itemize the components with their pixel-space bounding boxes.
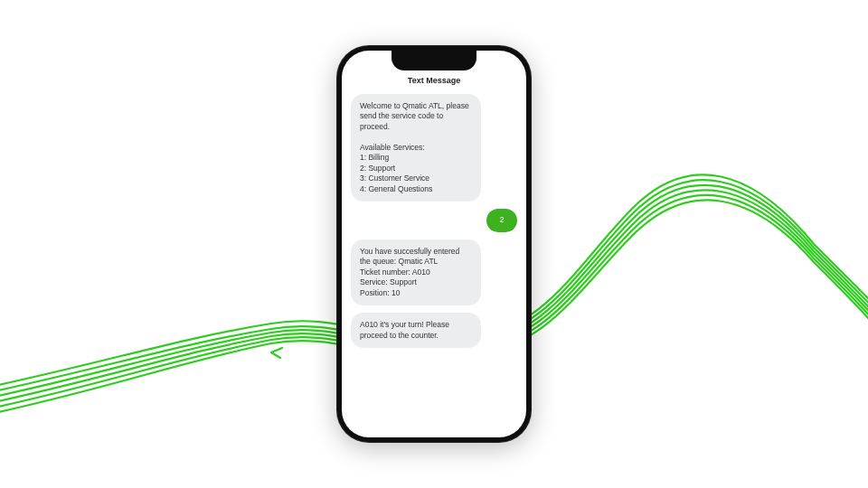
phone-notch xyxy=(392,51,476,70)
incoming-message: You have succesfully entered the queue: … xyxy=(351,239,481,305)
phone-screen: Text Message Welcome to Qmatic ATL, plea… xyxy=(342,51,526,437)
phone-frame: Text Message Welcome to Qmatic ATL, plea… xyxy=(336,45,532,443)
outgoing-message: 2 xyxy=(486,209,517,231)
message-list: Welcome to Qmatic ATL, please send the s… xyxy=(342,89,526,437)
incoming-message: A010 it's your turn! Please proceed to t… xyxy=(351,313,481,348)
incoming-message: Welcome to Qmatic ATL, please send the s… xyxy=(351,94,481,202)
conversation-header: Text Message xyxy=(342,72,526,90)
